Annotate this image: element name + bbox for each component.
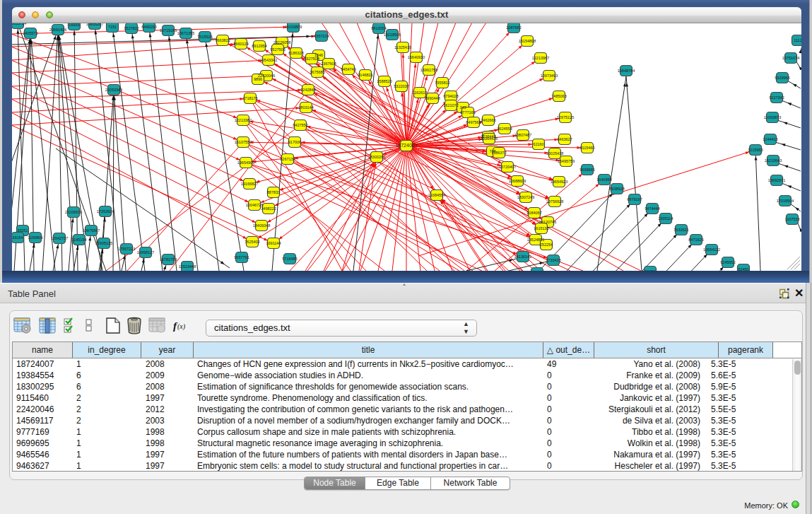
svg-text:3624554: 3624554: [497, 127, 512, 131]
svg-text:8267130: 8267130: [280, 157, 295, 161]
svg-text:12905135: 12905135: [95, 241, 112, 245]
svg-text:9329966: 9329966: [775, 76, 789, 80]
svg-text:8912954: 8912954: [252, 44, 266, 48]
svg-text:10655267: 10655267: [86, 23, 103, 26]
svg-text:10848784: 10848784: [618, 69, 635, 73]
svg-text:9527506: 9527506: [270, 47, 285, 52]
svg-text:12923448: 12923448: [179, 264, 196, 269]
svg-text:1156809: 1156809: [28, 235, 42, 240]
svg-text:887833: 887833: [267, 190, 280, 194]
svg-text:15495759: 15495759: [558, 159, 575, 163]
svg-text:19218506: 19218506: [384, 33, 401, 37]
svg-text:8186328: 8186328: [288, 51, 303, 55]
svg-text:12213382: 12213382: [235, 118, 252, 122]
svg-text:92450: 92450: [645, 269, 655, 271]
svg-text:23226058: 23226058: [273, 40, 290, 45]
svg-text:7151: 7151: [108, 25, 117, 29]
svg-text:11325419: 11325419: [394, 45, 411, 49]
svg-text:16120746: 16120746: [539, 220, 556, 224]
svg-text:35051: 35051: [17, 228, 28, 233]
svg-text:(x): (x): [177, 322, 186, 331]
svg-text:16033809: 16033809: [285, 25, 302, 29]
svg-text:7515526: 7515526: [197, 35, 212, 39]
svg-text:7462666: 7462666: [481, 118, 495, 122]
svg-text:8660124: 8660124: [233, 42, 248, 46]
svg-text:20206536: 20206536: [65, 210, 82, 214]
svg-text:1527602: 1527602: [124, 26, 139, 30]
svg-text:9327508: 9327508: [304, 57, 319, 61]
svg-text:1162615: 1162615: [412, 90, 427, 95]
svg-text:8471626: 8471626: [688, 238, 703, 242]
svg-text:9463627: 9463627: [557, 137, 572, 141]
svg-text:6466160: 6466160: [141, 25, 156, 29]
svg-text:9084067: 9084067: [526, 211, 541, 215]
svg-text:7955812: 7955812: [435, 81, 449, 85]
svg-text:10719185: 10719185: [160, 28, 177, 33]
svg-text:1112: 1112: [794, 38, 801, 42]
svg-text:18724007: 18724007: [395, 143, 417, 148]
svg-text:10807487: 10807487: [514, 133, 531, 137]
svg-text:16961758: 16961758: [420, 68, 437, 72]
svg-text:12093873: 12093873: [764, 115, 781, 119]
svg-text:16107552: 16107552: [235, 140, 252, 144]
svg-text:16640910: 16640910: [408, 55, 425, 59]
svg-text:16782759: 16782759: [160, 257, 177, 262]
svg-text:17957223: 17957223: [118, 247, 135, 251]
svg-text:10671355: 10671355: [177, 31, 194, 35]
svg-text:1640954: 1640954: [596, 177, 611, 182]
svg-text:10973493: 10973493: [541, 74, 558, 78]
svg-text:7357224: 7357224: [314, 34, 329, 38]
svg-text:3498222: 3498222: [261, 206, 276, 211]
svg-text:6497568: 6497568: [466, 120, 481, 124]
svg-text:18307249: 18307249: [517, 195, 534, 199]
svg-text:10975867: 10975867: [83, 228, 100, 233]
svg-text:15692971: 15692971: [768, 178, 785, 182]
svg-text:20364436: 20364436: [481, 136, 498, 141]
svg-text:7663822: 7663822: [215, 38, 230, 42]
svg-text:10543342: 10543342: [260, 58, 277, 62]
svg-text:12213967: 12213967: [532, 56, 549, 60]
svg-text:15720407: 15720407: [499, 165, 516, 169]
svg-text:9115460: 9115460: [579, 146, 594, 150]
svg-text:1691144: 1691144: [266, 241, 281, 245]
svg-text:6794028: 6794028: [443, 94, 458, 98]
svg-text:16210643: 16210643: [765, 158, 782, 163]
svg-text:10025438: 10025438: [546, 151, 563, 156]
svg-text:10688609: 10688609: [509, 179, 526, 183]
svg-text:18409348: 18409348: [253, 223, 270, 228]
svg-text:1145194: 1145194: [71, 238, 86, 242]
svg-text:17353924: 17353924: [97, 209, 114, 214]
svg-text:7485063: 7485063: [551, 94, 566, 98]
svg-text:5322037: 5322037: [394, 84, 408, 88]
svg-text:5716485: 5716485: [282, 257, 297, 261]
svg-text:9699695: 9699695: [579, 168, 594, 172]
svg-text:16933: 16933: [69, 23, 79, 27]
svg-text:1588520: 1588520: [377, 79, 392, 83]
svg-text:7625402: 7625402: [245, 240, 259, 244]
svg-text:9896: 9896: [254, 77, 262, 81]
svg-text:7386372: 7386372: [491, 151, 506, 155]
svg-text:19654905: 19654905: [237, 160, 254, 165]
svg-text:17016504: 17016504: [777, 199, 794, 203]
svg-text:15751074: 15751074: [782, 56, 799, 60]
svg-text:92450: 92450: [738, 267, 748, 271]
svg-text:39154: 39154: [12, 235, 23, 240]
svg-text:1615132: 1615132: [534, 226, 548, 230]
svg-text:2087682: 2087682: [506, 25, 521, 30]
svg-text:917006: 917006: [288, 140, 301, 144]
svg-text:3215955: 3215955: [748, 148, 763, 152]
svg-text:10654112: 10654112: [703, 247, 720, 252]
svg-text:20691406: 20691406: [49, 28, 66, 32]
svg-text:1244415: 1244415: [763, 137, 777, 141]
svg-text:19654923: 19654923: [551, 180, 567, 184]
svg-text:8938928: 8938928: [609, 187, 624, 191]
svg-text:12975125: 12975125: [557, 115, 574, 119]
svg-text:13524851: 13524851: [527, 238, 544, 242]
svg-text:16154808: 16154808: [519, 39, 536, 43]
svg-text:8990448: 8990448: [425, 96, 440, 100]
svg-text:9245652: 9245652: [720, 260, 735, 264]
svg-text:18300295: 18300295: [368, 155, 385, 159]
svg-text:9227342: 9227342: [769, 95, 784, 100]
svg-text:9777169: 9777169: [460, 110, 475, 115]
svg-text:2718176: 2718176: [242, 96, 257, 100]
